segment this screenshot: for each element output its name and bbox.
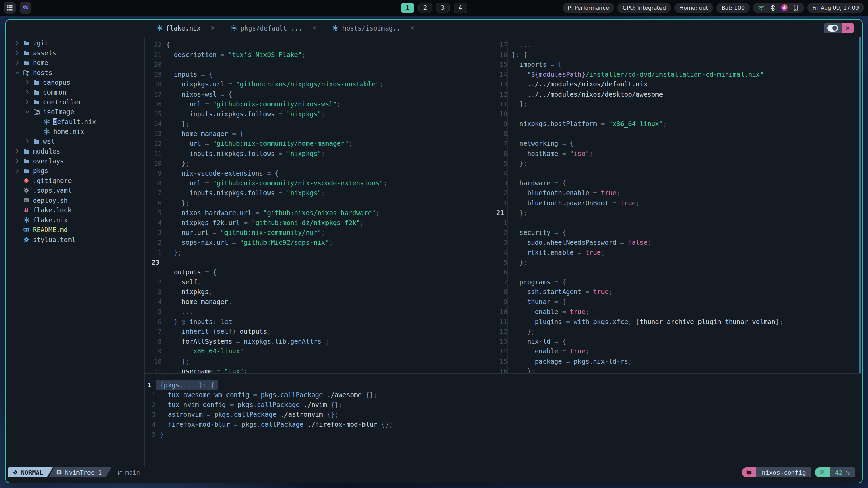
code-line[interactable]: 6 hostName = "iso"; bbox=[493, 148, 862, 158]
tree-item[interactable]: .gitignore bbox=[6, 176, 144, 185]
code-line[interactable]: 3 nur.url = "github:nix-community/nur"; bbox=[145, 228, 493, 238]
tree-item[interactable]: modules bbox=[6, 146, 144, 156]
code-line[interactable]: 1 bluetooth.powerOnBoot = true; bbox=[493, 198, 862, 208]
code-line[interactable]: 5 nixos-hardware.url = "github:nixos/nix… bbox=[145, 208, 493, 218]
scrollbar[interactable] bbox=[859, 37, 861, 373]
code-line[interactable]: 1 outputs = { bbox=[145, 267, 493, 277]
code-line[interactable]: 11 inputs.nixpkgs.follows = "nixpkgs"; bbox=[145, 148, 493, 158]
code-line[interactable]: 2 security = { bbox=[493, 228, 862, 238]
code-line[interactable]: 2 bluetooth.enable = true; bbox=[493, 188, 862, 198]
chevron-down-icon[interactable] bbox=[24, 109, 33, 115]
code-line[interactable]: 4 nixpkgs-f2k.url = "github:moni-dz/nixp… bbox=[145, 218, 493, 227]
tree-item[interactable]: .sops.yaml bbox=[6, 185, 144, 195]
chevron-right-icon[interactable] bbox=[24, 89, 33, 95]
git-branch[interactable]: main bbox=[117, 469, 140, 476]
code-line[interactable]: 4 firefox-mod-blur = pkgs.callPackage ./… bbox=[145, 420, 862, 429]
code-line[interactable]: 13 home-manager = { bbox=[145, 129, 493, 139]
code-line[interactable]: 18 nixpkgs.url = "github:nixos/nixpkgs/n… bbox=[145, 79, 493, 89]
tab-close-icon[interactable]: ✕ bbox=[410, 25, 415, 32]
code-line[interactable]: 4 bbox=[493, 168, 862, 178]
code-line[interactable]: 14 "${modulesPath}/installer/cd-dvd/inst… bbox=[493, 69, 862, 79]
code-line[interactable]: 4 home-manager, bbox=[145, 297, 493, 307]
code-line[interactable]: 10 }; bbox=[145, 158, 493, 168]
status-pill[interactable]: P: Performance bbox=[563, 3, 614, 13]
code-line[interactable]: 2 tux-nvim-config = pkgs.callPackage ./n… bbox=[145, 400, 862, 409]
code-line[interactable]: 17 nixos-wsl = { bbox=[145, 89, 493, 99]
clock[interactable]: Fri Aug 09, 17:09 bbox=[807, 3, 864, 13]
tree-item[interactable]: .git bbox=[6, 38, 144, 48]
code-line[interactable]: 19 inputs = { bbox=[145, 69, 493, 79]
code-line[interactable]: 10 bbox=[493, 109, 862, 119]
code-line[interactable]: 1 }; bbox=[145, 247, 493, 257]
workspace-button[interactable]: 4 bbox=[454, 3, 467, 13]
workspace-button[interactable]: 2 bbox=[418, 3, 432, 13]
status-pill[interactable]: Bat: 100 bbox=[716, 3, 750, 13]
code-line[interactable]: 3 hardware = { bbox=[493, 178, 862, 188]
tree-item[interactable]: hosts bbox=[6, 67, 144, 77]
chevron-down-icon[interactable] bbox=[14, 69, 22, 76]
tree-item[interactable]: flake.lock bbox=[6, 205, 144, 215]
code-line[interactable]: 14 enable = true; bbox=[493, 346, 862, 356]
code-line[interactable]: 20 bbox=[145, 59, 493, 69]
code-line[interactable]: 6 }; bbox=[145, 198, 493, 208]
workspace-widget-button[interactable]: $W bbox=[20, 2, 31, 14]
code-line[interactable]: 1 bbox=[493, 218, 862, 227]
code-line[interactable]: 21 }; bbox=[493, 208, 862, 218]
code-line[interactable]: 17 ... bbox=[493, 40, 862, 49]
flame-icon[interactable] bbox=[781, 4, 788, 12]
chevron-right-icon[interactable] bbox=[14, 168, 22, 174]
code-line[interactable]: 11 username = "tux"; bbox=[145, 366, 493, 373]
code-line[interactable]: 7 programs = { bbox=[493, 277, 862, 287]
chevron-right-icon[interactable] bbox=[14, 40, 22, 46]
code-line[interactable]: 7 inherit (self) outputs; bbox=[145, 326, 493, 336]
network-icon[interactable] bbox=[757, 4, 765, 12]
chevron-right-icon[interactable] bbox=[14, 148, 22, 154]
window-close-button[interactable]: ✕ bbox=[842, 23, 854, 33]
editor-pane-pkgs[interactable]: 1{pkgs, ...}: {1 tux-awesome-wm-config =… bbox=[145, 374, 862, 467]
code-line[interactable]: 5 }; bbox=[493, 257, 862, 267]
status-pill[interactable]: GPU: Integrated bbox=[617, 3, 671, 13]
code-line[interactable]: 15 package = pkgs.nix-ld-rs; bbox=[493, 356, 862, 366]
code-line[interactable]: 8 url = "github:nix-community/nix-vscode… bbox=[145, 178, 493, 188]
chevron-right-icon[interactable] bbox=[24, 99, 33, 105]
status-pill[interactable]: Home: out bbox=[674, 3, 713, 13]
code-line[interactable]: 3 sudo.wheelNeedsPassword = false; bbox=[493, 238, 862, 247]
code-line[interactable]: 13 nix-ld = { bbox=[493, 337, 862, 346]
code-line[interactable]: 5 }; bbox=[493, 158, 862, 168]
code-line[interactable]: 7 networking = { bbox=[493, 139, 862, 148]
workspace-button[interactable]: 1 bbox=[401, 3, 414, 13]
editor-pane-isoimage[interactable]: 17 ...16}: {15 imports = [14 "${modulesP… bbox=[493, 37, 862, 373]
code-line[interactable]: 22{ bbox=[145, 40, 493, 49]
code-line[interactable]: 5 ... bbox=[145, 307, 493, 317]
code-line[interactable]: 6 bbox=[493, 267, 862, 277]
tree-item[interactable]: isoImage bbox=[6, 107, 144, 117]
tree-item[interactable]: README.md bbox=[6, 225, 144, 235]
tree-item[interactable]: assets bbox=[6, 48, 144, 58]
editor-tab[interactable]: hosts/isoImag..✕ bbox=[332, 24, 415, 32]
tree-item[interactable]: overlays bbox=[6, 156, 144, 166]
chevron-right-icon[interactable] bbox=[14, 50, 22, 56]
editor-tab[interactable]: pkgs/default ...✕ bbox=[231, 24, 317, 32]
code-line[interactable]: 16 url = "github:nix-community/nixos-wsl… bbox=[145, 99, 493, 109]
code-line[interactable]: 12 }; bbox=[493, 326, 862, 336]
code-line[interactable]: 15 inputs.nixpkgs.follows = "nixpkgs"; bbox=[145, 109, 493, 119]
tree-item[interactable]: pkgs bbox=[6, 166, 144, 176]
tab-close-icon[interactable]: ✕ bbox=[312, 25, 317, 32]
code-line[interactable]: 7 inputs.nixpkgs.follows = "nixpkgs"; bbox=[145, 188, 493, 198]
tree-item[interactable]: wsl bbox=[6, 136, 144, 146]
app-launcher-button[interactable] bbox=[4, 2, 16, 14]
code-line[interactable]: 16}: { bbox=[493, 49, 862, 59]
code-line[interactable]: 9 thunar = { bbox=[493, 297, 862, 307]
tree-item[interactable]: controller bbox=[6, 97, 144, 107]
code-line[interactable]: 8 bbox=[493, 129, 862, 139]
tree-item[interactable]: default.nix bbox=[6, 117, 144, 126]
code-line[interactable]: 10 enable = true; bbox=[493, 307, 862, 317]
code-line[interactable]: 16 }; bbox=[493, 366, 862, 373]
code-line[interactable]: 14 }; bbox=[145, 119, 493, 129]
code-line[interactable]: 6 } @ inputs: let bbox=[145, 317, 493, 326]
code-line[interactable]: 3 astronvim = pkgs.callPackage ./astronv… bbox=[145, 410, 862, 420]
code-line[interactable]: 15 imports = [ bbox=[493, 59, 862, 69]
tree-item[interactable]: home.nix bbox=[6, 126, 144, 136]
tree-item[interactable]: canopus bbox=[6, 77, 144, 87]
code-line[interactable]: 11 ]; bbox=[493, 99, 862, 109]
